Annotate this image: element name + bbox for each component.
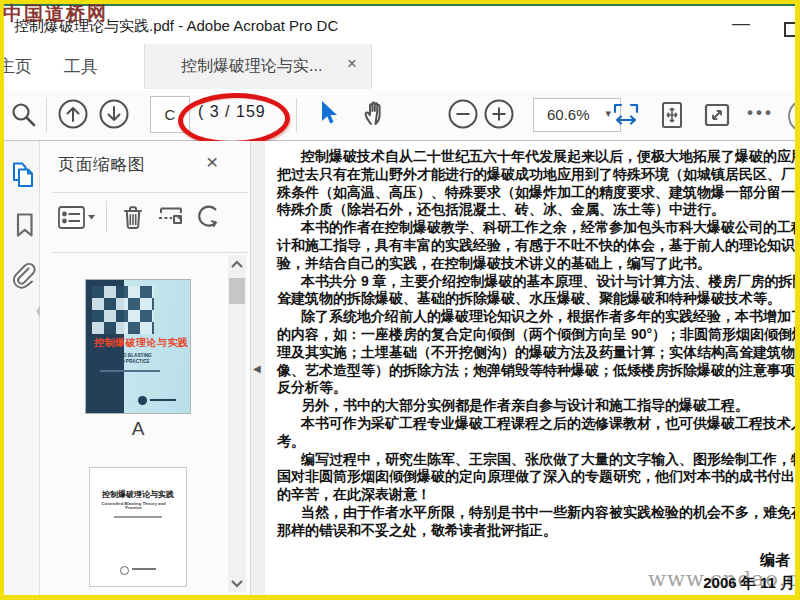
- text-line: 当然，由于作者水平所限，特别是书中一些新内容被实践检验的机会不多，难免存在这样: [277, 504, 795, 522]
- text-line: 控制爆破技术自从二十世纪五六十年代发展起来以后，便极大地拓展了爆破的应用领域，: [277, 148, 795, 166]
- crop-pages-icon[interactable]: [155, 202, 187, 233]
- publisher-logo: [138, 396, 147, 405]
- select-tool-icon[interactable]: [316, 99, 342, 126]
- zoom-out-button[interactable]: [447, 98, 480, 131]
- text-line: 理及其实施；土埋基础（不开挖侧沟）的爆破方法及药量计算；实体结构高耸建筑物（如各…: [277, 344, 795, 362]
- panel-title: 页面缩略图: [58, 154, 146, 176]
- navigation-rail: ❮: [4, 141, 40, 595]
- scroll-up-icon[interactable]: [228, 259, 246, 270]
- text-line: 的辛苦，在此深表谢意！: [277, 486, 795, 504]
- tab-close-icon[interactable]: ×: [347, 54, 357, 74]
- more-tools-icon[interactable]: •••: [747, 103, 774, 123]
- previous-page-button[interactable]: [57, 98, 90, 131]
- page-thumbnails-rail-icon[interactable]: [9, 160, 38, 190]
- red-ellipse-annotation: [177, 92, 290, 148]
- scroll-down-icon[interactable]: [228, 578, 246, 589]
- frame-border-right: [795, 0, 800, 600]
- title-page-title: 控制爆破理论与实践: [90, 489, 186, 500]
- page-thumbnail-cover[interactable]: 控制爆破理论与实践 CONTROLLED BLASTING THEORY AND…: [86, 280, 190, 413]
- screenshot-frame: 控制爆破理论与实践.pdf - Adobe Acrobat Pro DC — 中…: [0, 0, 800, 600]
- text-line: 本书的作者在控制爆破教学、科研工作之余，经常参加包头市科大爆破公司的工程爆破设: [277, 219, 795, 237]
- text-line: 编写过程中，研究生陈军、王宗国、张欣做了大量的文字输入、图形绘制工作，特别是王宗: [277, 451, 795, 469]
- publisher-name-line: [132, 568, 156, 570]
- divider: [52, 252, 248, 253]
- frame-green-line: [0, 4, 800, 6]
- text-line: 国对非圆筒形烟囱倾倒爆破的定向原理做了深入的专题研究，他们对本书的成书付出了不少: [277, 468, 795, 486]
- document-page[interactable]: 控制爆破技术自从二十世纪五六十年代发展起来以后，便极大地拓展了爆破的应用领域，把…: [265, 141, 795, 595]
- thumbnail-label: A: [86, 418, 190, 440]
- delete-pages-icon[interactable]: [118, 202, 149, 233]
- text-line: 像、艺术造型等）的拆除方法；炮弹销毁等特种爆破；低矮楼房拆除爆破的注意事项；爆破…: [277, 362, 795, 380]
- text-line: 验，并结合自己的实践，在控制爆破技术讲义的基础上，编写了此书。: [277, 255, 795, 273]
- attachments-rail-icon[interactable]: [9, 261, 38, 291]
- zoom-in-button[interactable]: [483, 98, 516, 131]
- text-line: 殊条件（如高温、高压）、特殊要求（如爆炸加工的精度要求、建筑物爆一部分留一部分）…: [277, 184, 795, 202]
- publisher-logo: [120, 566, 129, 575]
- text-line: 反分析等。: [277, 379, 795, 397]
- cover-authors-line: [100, 370, 160, 372]
- thumbnail-options-icon[interactable]: [56, 203, 98, 233]
- document-date: 2006 年 11 月: [703, 574, 795, 593]
- tab-document-label: 控制爆破理论与实...: [181, 56, 322, 77]
- page-thumbnails-panel: 页面缩略图 ×: [40, 141, 250, 595]
- text-line: 除了系统地介绍前人的爆破理论知识之外，根据作者多年的实践经验，本书增加了一些新: [277, 308, 795, 326]
- panel-close-icon[interactable]: ×: [206, 150, 218, 174]
- tab-home[interactable]: 主页: [0, 55, 32, 78]
- scrollbar-thumb[interactable]: [229, 278, 245, 304]
- search-icon[interactable]: [10, 101, 37, 128]
- tab-bar: 主页 工具 控制爆破理论与实... ×: [4, 44, 795, 91]
- site-watermark-text: 中国道桥网: [3, 1, 108, 27]
- next-page-button[interactable]: [98, 98, 131, 131]
- author-signature: 编者: [760, 551, 790, 570]
- toolbar: C ( 3 / 159 60.6% ▾: [4, 90, 795, 141]
- text-line: 本书共分 9 章，主要介绍控制爆破的基本原理、设计与计算方法、楼房厂房的拆除爆破…: [277, 273, 795, 291]
- text-line: 耸建筑物的拆除爆破、基础的拆除爆破、水压爆破、聚能爆破和特种爆破技术等。: [277, 290, 795, 308]
- frame-border-left: [0, 0, 4, 600]
- text-line: 考。: [277, 433, 795, 451]
- title-page-authors-line: [114, 516, 162, 518]
- text-line: 的内容，如：一座楼房的复合定向倾倒（两个倾倒方向呈 90°）；非圆筒形烟囱倾倒爆…: [277, 326, 795, 344]
- cover-subtitle: CONTROLLED BLASTING THEORY AND PRACTICE: [94, 352, 169, 364]
- publisher-name-line: [150, 399, 176, 401]
- hand-tool-icon[interactable]: [361, 98, 391, 128]
- cover-title: 控制爆破理论与实践: [94, 336, 190, 350]
- minimize-button[interactable]: —: [732, 14, 750, 32]
- rotate-left-icon[interactable]: [193, 201, 224, 233]
- collapse-panel-icon[interactable]: ◀: [253, 363, 261, 374]
- zoom-level-value: 60.6%: [547, 106, 590, 123]
- zoom-level-dropdown[interactable]: 60.6% ▾: [533, 98, 621, 132]
- bookmarks-rail-icon[interactable]: [11, 211, 38, 239]
- title-bar: 控制爆破理论与实践.pdf - Adobe Acrobat Pro DC —: [4, 6, 795, 44]
- divider: [52, 192, 248, 193]
- fit-width-icon[interactable]: [611, 100, 641, 130]
- tab-document[interactable]: 控制爆破理论与实... ×: [144, 44, 372, 89]
- text-line: 另外，书中的大部分实例都是作者亲自参与设计和施工指导的爆破工程。: [277, 397, 795, 415]
- text-line: 特殊介质（除岩石外，还包括混凝土、砖、冰、金属、冻土等）中进行。: [277, 201, 795, 219]
- title-page-subtitle: Controlled Blasting Theory and Practice: [94, 501, 173, 510]
- tab-tools[interactable]: 工具: [64, 55, 98, 78]
- cover-squares-pattern: [92, 286, 154, 334]
- text-line: 那样的错误和不妥之处，敬希读者批评指正。: [277, 522, 795, 540]
- text-line: 计和施工指导，具有丰富的实践经验，有感于不吐不快的体会，基于前人的理论知识及工作…: [277, 237, 795, 255]
- page-thumbnail-title-page[interactable]: 控制爆破理论与实践 Controlled Blasting Theory and…: [90, 468, 186, 586]
- fit-page-icon[interactable]: [657, 100, 687, 130]
- panel-splitter[interactable]: ◀: [250, 141, 265, 595]
- fullscreen-icon[interactable]: [702, 100, 732, 130]
- text-line: 把过去只有在荒山野外才能进行的爆破成功地应用到了特殊环境（如城镇居民区、厂房内）…: [277, 166, 795, 184]
- frame-border-bottom: [0, 595, 800, 600]
- text-line: 本书可作为采矿工程专业爆破工程课程之后的选修课教材，也可供爆破工程技术人员参: [277, 415, 795, 433]
- panel-scrollbar[interactable]: [228, 255, 246, 592]
- document-text: 控制爆破技术自从二十世纪五六十年代发展起来以后，便极大地拓展了爆破的应用领域，把…: [277, 148, 795, 540]
